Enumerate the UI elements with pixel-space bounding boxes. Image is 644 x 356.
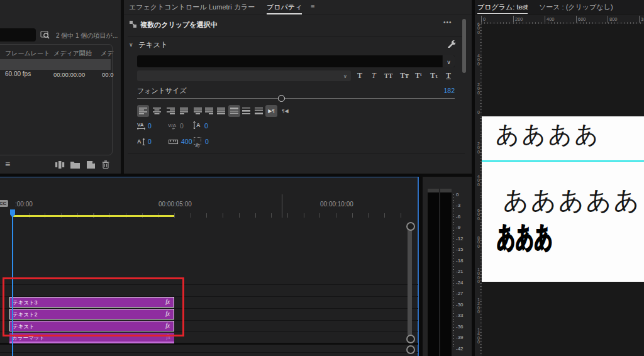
- justify-all-button[interactable]: [215, 105, 227, 117]
- edit-point-tick: [282, 194, 282, 218]
- tab-bar: プログラム: test ≡ ソース : (クリップなし): [475, 0, 644, 14]
- premiere-workspace: 2 個中 1 個の項目が... フレームレート メディア開始 メデ 60.00 …: [0, 0, 644, 356]
- faux-bold-button[interactable]: T: [357, 70, 362, 81]
- tracking-icon: VA: [136, 121, 147, 130]
- wrench-icon[interactable]: [447, 40, 455, 48]
- chevron-down-icon[interactable]: ∨: [129, 42, 133, 48]
- dropdown-chevron-box[interactable]: ∨: [442, 55, 455, 67]
- new-item-icon[interactable]: [87, 161, 95, 169]
- kerning-value[interactable]: 0: [180, 122, 184, 130]
- vertical-align-bottom-button[interactable]: [253, 105, 265, 117]
- vertical-align-top-button[interactable]: [228, 105, 240, 117]
- tab-properties[interactable]: プロパティ: [267, 3, 302, 12]
- leading-value[interactable]: 0: [204, 122, 208, 130]
- baseline-shift-value[interactable]: 0: [148, 138, 152, 145]
- vertical-align-center-button[interactable]: [240, 105, 252, 117]
- db-label: -18: [456, 258, 464, 264]
- panel-menu-icon[interactable]: ≡: [524, 3, 528, 10]
- divider: [128, 36, 465, 36]
- text-section-title: テキスト: [138, 40, 168, 50]
- auto-leading-value[interactable]: 400: [181, 138, 192, 145]
- tab-bar: エフェクトコントロール Lumetri カラー プロパティ ≡: [124, 0, 472, 14]
- svg-text:A: A: [137, 138, 142, 145]
- db-label: -15: [456, 247, 464, 252]
- search-input[interactable]: [0, 28, 36, 42]
- tab-program[interactable]: プログラム: test: [477, 3, 528, 12]
- db-label: -12: [456, 236, 464, 242]
- db-label: 0: [456, 192, 458, 197]
- tate-chu-yoko-value[interactable]: 0: [205, 138, 209, 145]
- timeline-scrollbar-track[interactable]: [408, 228, 412, 336]
- video-frame: ああああ あああああ あああ: [482, 116, 644, 282]
- tab-lumetri-color[interactable]: Lumetri カラー: [209, 3, 255, 12]
- column-header-mediaend[interactable]: メデ: [101, 49, 113, 58]
- scrollbar-handle-bottom[interactable]: [406, 335, 415, 343]
- cell-mediastart: 00:00:00:00: [53, 71, 85, 78]
- track-divider: [0, 352, 418, 353]
- cell-framerate: 60.00 fps: [5, 70, 31, 77]
- superscript-button[interactable]: Tᵗ: [415, 70, 422, 81]
- scrollbar-handle-top[interactable]: [406, 222, 415, 231]
- selected-row[interactable]: [0, 59, 111, 70]
- svg-text:V/A: V/A: [168, 123, 177, 128]
- program-preview[interactable]: ああああ あああああ あああ: [482, 24, 644, 356]
- preview-text-line1: ああああ: [496, 119, 601, 150]
- scrollbar[interactable]: [462, 19, 466, 73]
- svg-text:A: A: [196, 122, 201, 128]
- subscript-button[interactable]: Tₜ: [430, 70, 438, 81]
- tab-effect-controls[interactable]: エフェクトコントロール: [129, 3, 207, 12]
- list-view-icon[interactable]: ≡: [5, 159, 10, 169]
- chevron-down-icon: ∨: [343, 73, 347, 79]
- clip-bottom-strip: [9, 342, 174, 343]
- db-label: -36: [456, 324, 464, 330]
- tracking-value[interactable]: 0: [148, 122, 152, 130]
- timecode-label-start: :00:00: [15, 201, 33, 208]
- justify-last-left-button[interactable]: [178, 105, 190, 117]
- work-area-bar[interactable]: [13, 215, 174, 217]
- panel-menu-icon[interactable]: ≡: [311, 3, 314, 10]
- font-size-value[interactable]: 182: [437, 87, 455, 94]
- faux-italic-button[interactable]: T: [372, 70, 376, 81]
- guide-line-cyan: [482, 160, 644, 162]
- scrollbar-handle-audio[interactable]: [406, 345, 415, 354]
- selection-status: 2 個中 1 個の項目が...: [56, 31, 118, 40]
- program-monitor-panel: プログラム: test ≡ ソース : (クリップなし) 0 200 400 6…: [475, 0, 644, 356]
- preview-text-line3: あああ: [497, 218, 553, 255]
- justify-last-center-button[interactable]: [192, 105, 204, 117]
- more-menu-icon[interactable]: •••: [443, 19, 452, 26]
- trash-icon[interactable]: [102, 160, 109, 169]
- new-bin-folder-icon[interactable]: [70, 161, 80, 169]
- db-label: -9: [456, 225, 460, 230]
- chevron-down-icon: ∨: [447, 59, 451, 65]
- align-right-button[interactable]: [165, 105, 177, 117]
- column-header-mediastart[interactable]: メディア開始: [53, 49, 92, 58]
- db-scale-ticks: [453, 194, 454, 349]
- align-left-button[interactable]: [137, 105, 149, 117]
- db-label: -27: [456, 291, 464, 296]
- auto-leading-icon: [169, 138, 179, 145]
- horizontal-ruler: 0 200 400 600 800 100: [475, 14, 644, 25]
- align-center-button[interactable]: [151, 105, 163, 117]
- font-family-dropdown[interactable]: ∨: [137, 55, 455, 67]
- font-size-slider[interactable]: [137, 98, 455, 99]
- text-direction-ltr-button[interactable]: ▶¶: [265, 105, 277, 117]
- font-style-dropdown[interactable]: ∨: [137, 70, 351, 81]
- font-size-slider-handle[interactable]: [278, 95, 285, 102]
- preview-text-line2: あああああ: [503, 183, 641, 218]
- properties-panel: エフェクトコントロール Lumetri カラー プロパティ ≡ 複数のクリップを…: [124, 0, 472, 174]
- annotation-red-rectangle: [3, 277, 184, 337]
- justify-last-right-button[interactable]: [203, 105, 215, 117]
- small-caps-button[interactable]: Tᴛ: [400, 70, 409, 81]
- divider: [128, 153, 465, 153]
- bin-view-icon[interactable]: [55, 161, 65, 169]
- underline-button[interactable]: T: [446, 70, 451, 81]
- timecode-label-10s: 00:00:10:00: [320, 201, 353, 208]
- db-label: -3: [456, 203, 460, 208]
- tab-source[interactable]: ソース : (クリップなし): [539, 3, 613, 12]
- audio-meter-panel: 0 -3 -6 -9 -12 -15 -18 -21 -24 -27 -30 -…: [423, 177, 472, 356]
- all-caps-button[interactable]: TT: [384, 70, 392, 81]
- column-header-framerate[interactable]: フレームレート: [5, 49, 50, 58]
- db-label: -21: [456, 269, 464, 274]
- text-direction-rtl-button[interactable]: ¶◀: [279, 105, 291, 117]
- tate-chu-yoko-icon: あ: [194, 137, 201, 145]
